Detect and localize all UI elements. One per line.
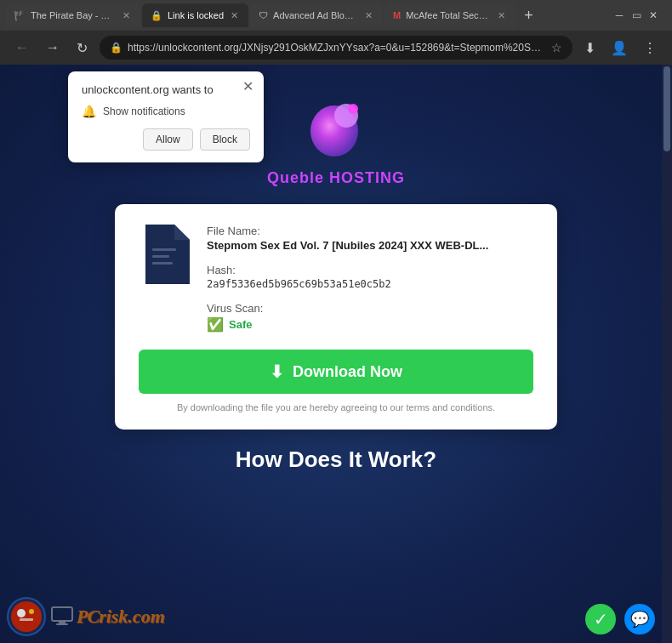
bookmark-icon: ☆: [551, 41, 562, 54]
download-arrow-icon: ⬇: [270, 361, 284, 382]
tab4-close[interactable]: ✕: [496, 9, 507, 23]
pcrisk-watermark: PC risk.com: [0, 597, 165, 636]
minimize-button[interactable]: ─: [612, 9, 626, 22]
pcrisk-logo-circle: [7, 597, 46, 636]
virus-row: ✅ Safe: [207, 316, 533, 333]
popup-close-button[interactable]: ✕: [242, 80, 253, 94]
svg-rect-11: [59, 621, 65, 623]
menu-icon[interactable]: ⋮: [638, 37, 662, 60]
monitor-icon: [49, 604, 75, 629]
tab1-label: The Pirate Bay - The g...: [31, 10, 116, 20]
svg-rect-9: [20, 618, 33, 621]
block-button[interactable]: Block: [200, 128, 250, 151]
tab-bar: 🏴 The Pirate Bay - The g... ✕ 🔒 Link is …: [0, 0, 672, 31]
file-card-top: File Name: Stepmom Sex Ed Vol. 7 [Nubile…: [139, 225, 533, 333]
close-button[interactable]: ✕: [646, 9, 660, 22]
profile-icon[interactable]: 👤: [606, 37, 633, 60]
svg-point-2: [348, 104, 358, 114]
svg-rect-10: [52, 607, 72, 621]
restore-button[interactable]: ▭: [629, 9, 643, 22]
hash-label: Hash:: [207, 264, 533, 276]
address-bar-row: ← → ↻ 🔒 https://unlockcontent.org/JXNjsy…: [0, 31, 672, 65]
pcrisk-brand-text: PC: [77, 606, 99, 628]
tab-ad-blocker[interactable]: 🛡 Advanced Ad Blocker ✕: [250, 3, 383, 27]
logo-blob: [302, 90, 370, 162]
file-card: File Name: Stepmom Sex Ed Vol. 7 [Nubile…: [115, 204, 557, 430]
tab-pirate-bay[interactable]: 🏴 The Pirate Bay - The g... ✕: [5, 3, 140, 27]
tab3-favicon: 🛡: [259, 10, 268, 20]
lock-icon: 🔒: [110, 42, 122, 54]
green-check-icon[interactable]: ✓: [585, 604, 616, 634]
tab4-favicon: M: [393, 10, 401, 20]
chat-bubble-icon[interactable]: 💬: [624, 604, 655, 634]
file-name-value: Stepmom Sex Ed Vol. 7 [Nubiles 2024] XXX…: [207, 239, 533, 252]
popup-buttons: Allow Block: [82, 128, 250, 151]
pcrisk-text: PC risk.com: [49, 604, 165, 629]
bell-icon: 🔔: [82, 105, 96, 118]
download-now-label: Download Now: [293, 363, 402, 381]
tab2-label: Link is locked: [168, 10, 224, 20]
tab2-close[interactable]: ✕: [229, 9, 240, 23]
svg-rect-12: [56, 623, 68, 625]
notification-row: 🔔 Show notifications: [82, 105, 250, 118]
file-meta: File Name: Stepmom Sex Ed Vol. 7 [Nubile…: [207, 225, 533, 333]
safe-status: Safe: [229, 318, 252, 331]
popup-title: unlockcontent.org wants to: [82, 83, 250, 96]
tab2-favicon: 🔒: [151, 10, 162, 21]
svg-point-7: [17, 609, 26, 617]
notification-popup: unlockcontent.org wants to ✕ 🔔 Show noti…: [68, 71, 264, 162]
tab-mcafee[interactable]: M McAfee Total Security ✕: [384, 3, 515, 27]
back-button[interactable]: ←: [10, 37, 34, 59]
how-section: How Does It Work?: [0, 447, 672, 480]
page-content: unlockcontent.org wants to ✕ 🔔 Show noti…: [0, 65, 672, 643]
download-icon[interactable]: ⬇: [579, 37, 601, 60]
scrollbar[interactable]: [662, 65, 672, 643]
tab4-label: McAfee Total Security: [406, 10, 491, 20]
hash-value: 2a9f5336ed5b965c69b53a51e0c5b2: [207, 278, 533, 290]
notification-label: Show notifications: [103, 105, 185, 117]
url-text: https://unlockcontent.org/JXNjsy291OskMZ…: [128, 42, 546, 54]
reload-button[interactable]: ↻: [71, 37, 93, 60]
safe-check-icon: ✅: [207, 316, 224, 333]
tab3-close[interactable]: ✕: [363, 9, 374, 23]
window-controls: ─ ▭ ✕: [612, 9, 667, 22]
how-title: How Does It Work?: [236, 447, 436, 473]
download-now-button[interactable]: ⬇ Download Now: [139, 350, 533, 394]
terms-text: By downloading the file you are hereby a…: [139, 402, 533, 413]
svg-point-8: [29, 609, 34, 614]
pcrisk-risk-text: risk.com: [99, 606, 165, 628]
svg-rect-5: [152, 262, 173, 265]
allow-button[interactable]: Allow: [143, 128, 193, 151]
new-tab-button[interactable]: +: [517, 7, 540, 25]
svg-rect-4: [152, 255, 169, 258]
toolbar-icons: ⬇ 👤 ⋮: [579, 37, 662, 60]
browser-chrome: 🏴 The Pirate Bay - The g... ✕ 🔒 Link is …: [0, 0, 672, 65]
forward-button[interactable]: →: [41, 37, 65, 59]
svg-rect-3: [152, 248, 176, 251]
tab-link-locked[interactable]: 🔒 Link is locked ✕: [142, 3, 248, 27]
file-icon: [139, 225, 190, 284]
url-bar[interactable]: 🔒 https://unlockcontent.org/JXNjsy291Osk…: [100, 36, 572, 60]
virus-label: Virus Scan:: [207, 302, 533, 315]
tab1-favicon: 🏴: [14, 10, 26, 21]
logo-text: Queble HOSTING: [267, 169, 405, 187]
tab3-label: Advanced Ad Blocker: [273, 10, 358, 20]
file-name-label: File Name:: [207, 225, 533, 237]
scrollbar-thumb[interactable]: [663, 66, 670, 151]
svg-point-6: [11, 601, 42, 632]
bottom-right-icons: ✓ 💬: [585, 604, 655, 634]
tab1-close[interactable]: ✕: [121, 9, 132, 23]
